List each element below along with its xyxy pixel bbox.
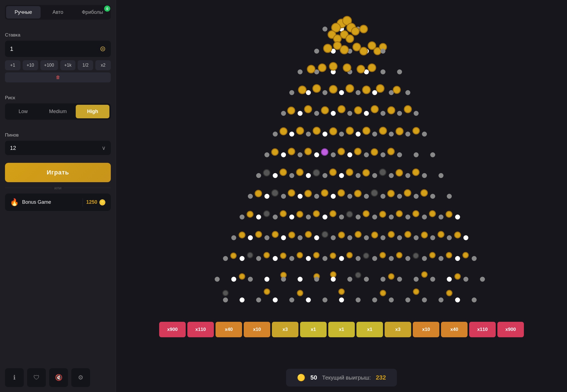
sound-button[interactable]: 🔇 — [49, 368, 68, 387]
bonus-game[interactable]: 🔥 Bonus Game 1250 🪙 — [5, 194, 111, 211]
svg-point-234 — [347, 252, 352, 258]
svg-point-115 — [356, 173, 361, 178]
risk-high[interactable]: High — [76, 105, 109, 118]
svg-point-35 — [343, 64, 351, 72]
mult-bucket-7: x1 — [356, 322, 383, 337]
svg-point-136 — [331, 194, 336, 199]
svg-point-47 — [298, 86, 306, 94]
svg-point-188 — [331, 235, 336, 240]
plinko-board: x900 x110 x40 x10 x3 x1 x1 x1 x3 x10 x40… — [123, 6, 560, 337]
svg-point-131 — [248, 194, 253, 199]
svg-point-168 — [455, 215, 460, 219]
svg-point-46 — [405, 90, 410, 95]
svg-point-98 — [397, 152, 402, 157]
svg-point-236 — [380, 252, 385, 258]
svg-point-140 — [397, 194, 402, 199]
pins-select[interactable]: 12 ∨ — [5, 141, 111, 155]
svg-point-214 — [273, 256, 278, 261]
tab-manual[interactable]: Ручные — [6, 6, 41, 19]
svg-point-141 — [414, 194, 419, 199]
svg-point-82 — [296, 127, 304, 134]
risk-low[interactable]: Low — [6, 105, 40, 118]
svg-point-287 — [439, 297, 443, 302]
play-button[interactable]: Играть — [5, 163, 111, 182]
info-button[interactable]: ℹ — [5, 368, 24, 387]
svg-point-100 — [430, 152, 435, 157]
svg-point-235 — [363, 253, 369, 258]
bet-half[interactable]: 1/2 — [78, 60, 93, 70]
svg-point-170 — [264, 211, 270, 217]
svg-point-128 — [379, 169, 386, 176]
svg-point-106 — [355, 148, 361, 155]
bottom-icons: ℹ 🛡 🔇 ⚙ — [5, 368, 111, 387]
svg-point-282 — [356, 297, 361, 302]
svg-point-101 — [272, 149, 278, 155]
svg-point-56 — [314, 111, 319, 116]
mult-bucket-0: x900 — [159, 322, 186, 337]
svg-point-227 — [231, 253, 236, 258]
svg-point-48 — [313, 85, 321, 92]
bet-plus1k[interactable]: +1k — [60, 60, 76, 70]
svg-point-218 — [339, 256, 344, 261]
tab-auto[interactable]: Авто — [41, 6, 75, 19]
svg-point-175 — [347, 211, 353, 217]
svg-point-152 — [388, 190, 394, 197]
board-svg — [123, 6, 560, 337]
risk-section: Риск Low Medium High — [5, 90, 111, 120]
svg-point-206 — [388, 231, 394, 237]
svg-point-183 — [248, 235, 253, 240]
svg-point-284 — [389, 297, 394, 302]
svg-point-230 — [280, 253, 286, 258]
svg-point-135 — [314, 194, 319, 199]
svg-point-40 — [306, 90, 311, 95]
svg-point-103 — [305, 148, 311, 155]
risk-medium[interactable]: Medium — [41, 105, 75, 118]
svg-point-177 — [380, 211, 386, 217]
svg-point-166 — [422, 215, 427, 219]
svg-point-121 — [263, 169, 270, 176]
mult-bucket-6: x1 — [328, 322, 355, 337]
shield-button[interactable]: 🛡 — [27, 368, 46, 387]
svg-point-160 — [322, 215, 327, 219]
svg-point-54 — [281, 111, 286, 116]
svg-point-272 — [413, 289, 419, 294]
svg-point-172 — [297, 211, 303, 217]
svg-point-202 — [322, 231, 328, 237]
settings-button[interactable]: ⚙ — [71, 368, 90, 387]
svg-point-194 — [430, 235, 435, 240]
svg-point-123 — [296, 169, 303, 176]
svg-point-153 — [404, 190, 411, 196]
svg-point-21 — [360, 47, 368, 55]
svg-point-129 — [396, 169, 403, 176]
svg-point-264 — [447, 277, 452, 282]
svg-point-260 — [380, 277, 385, 282]
svg-point-215 — [289, 256, 294, 261]
svg-point-73 — [306, 132, 311, 137]
svg-point-196 — [463, 235, 468, 240]
bet-double[interactable]: x2 — [95, 60, 111, 70]
svg-point-126 — [346, 169, 353, 176]
svg-point-180 — [429, 211, 435, 217]
bet-plus1[interactable]: +1 — [5, 60, 20, 70]
svg-point-110 — [273, 173, 278, 178]
tabs-container: Ручные Авто Фриболы 0 — [5, 5, 111, 20]
svg-point-16 — [314, 49, 319, 54]
svg-point-61 — [397, 111, 402, 116]
bet-plus10[interactable]: +10 — [23, 60, 38, 70]
svg-point-86 — [363, 127, 370, 134]
svg-point-90 — [264, 152, 269, 157]
svg-point-109 — [256, 173, 261, 178]
mult-bucket-1: x110 — [187, 322, 214, 337]
svg-point-233 — [330, 253, 336, 258]
multiplier-row: x900 x110 x40 x10 x3 x1 x1 x1 x3 x10 x40… — [159, 322, 524, 337]
bet-plus100[interactable]: +100 — [40, 60, 58, 70]
svg-point-76 — [356, 132, 361, 137]
svg-point-239 — [430, 252, 435, 258]
svg-point-107 — [371, 149, 378, 155]
svg-point-269 — [297, 290, 303, 296]
bet-input-wrap[interactable]: 1 ⊜ — [5, 41, 111, 57]
bet-clear[interactable]: 🗑 — [5, 72, 111, 82]
svg-point-163 — [372, 215, 377, 219]
svg-point-138 — [364, 194, 369, 199]
svg-point-67 — [355, 107, 362, 114]
